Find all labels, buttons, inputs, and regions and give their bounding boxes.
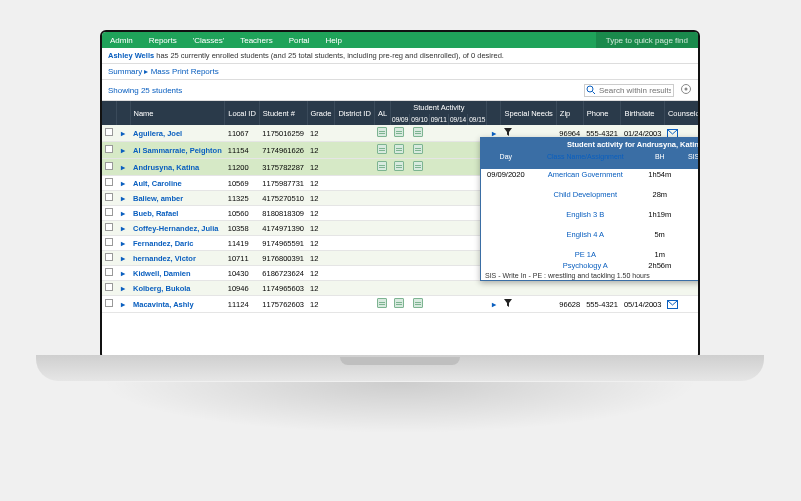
activity-cell[interactable] (468, 296, 487, 313)
table-row[interactable]: ▸Kolberg, Bukola10946117496560312 (102, 281, 698, 296)
popup-class-link[interactable]: Child Development (531, 189, 640, 209)
popup-class-link[interactable]: American Government (531, 169, 640, 189)
activity-cell[interactable] (391, 266, 410, 281)
col-d2[interactable]: 09/10 (410, 114, 429, 125)
activity-cell[interactable] (448, 296, 467, 313)
activity-cell[interactable] (429, 266, 448, 281)
student-name-link[interactable]: Macavinta, Ashly (130, 296, 225, 313)
activity-cell[interactable] (448, 125, 467, 142)
activity-cell[interactable] (391, 296, 410, 313)
activity-cell[interactable] (448, 221, 467, 236)
expand-icon[interactable]: ▸ (119, 284, 127, 293)
expand-icon[interactable]: ▸ (119, 163, 127, 172)
activity-cell[interactable] (410, 266, 429, 281)
activity-cell[interactable] (410, 176, 429, 191)
activity-cell[interactable] (410, 296, 429, 313)
activity-cell[interactable] (429, 159, 448, 176)
student-name-link[interactable]: Aguilera, Joel (130, 125, 225, 142)
activity-cell[interactable] (448, 251, 467, 266)
doc-icon[interactable] (377, 127, 387, 137)
doc-icon[interactable] (394, 144, 404, 154)
teacher-name-link[interactable]: Ashley Wells (108, 51, 154, 60)
col-local[interactable]: Local ID (225, 101, 260, 125)
activity-cell[interactable] (448, 159, 467, 176)
activity-cell[interactable] (448, 236, 467, 251)
activity-cell[interactable] (429, 142, 448, 159)
row-checkbox[interactable] (105, 283, 113, 291)
activity-cell[interactable] (448, 142, 467, 159)
activity-cell[interactable] (391, 176, 410, 191)
activity-cell[interactable] (429, 236, 448, 251)
doc-icon[interactable] (413, 144, 423, 154)
expand-icon[interactable]: ▸ (119, 254, 127, 263)
activity-cell[interactable] (410, 142, 429, 159)
doc-icon[interactable] (394, 298, 404, 308)
activity-cell[interactable] (391, 281, 410, 296)
expand-icon[interactable]: ▸ (119, 239, 127, 248)
col-zip[interactable]: Zip (556, 101, 583, 125)
activity-cell[interactable] (429, 191, 448, 206)
expand-icon[interactable]: ▸ (119, 129, 127, 138)
activity-cell[interactable] (410, 159, 429, 176)
row-checkbox[interactable] (105, 145, 113, 153)
activity-cell[interactable] (410, 221, 429, 236)
col-al[interactable]: AL (374, 101, 390, 125)
student-name-link[interactable]: Kolberg, Bukola (130, 281, 225, 296)
activity-cell[interactable] (410, 281, 429, 296)
activity-cell[interactable] (410, 206, 429, 221)
col-d5[interactable]: 09/15 (468, 114, 487, 125)
doc-icon[interactable] (394, 161, 404, 171)
activity-cell[interactable] (410, 125, 429, 142)
activity-cell[interactable] (391, 206, 410, 221)
row-checkbox[interactable] (105, 208, 113, 216)
doc-icon[interactable] (377, 161, 387, 171)
row-checkbox[interactable] (105, 238, 113, 246)
activity-cell[interactable] (391, 125, 410, 142)
menu-teachers[interactable]: Teachers (232, 36, 280, 45)
student-name-link[interactable]: Andrusyna, Katina (130, 159, 225, 176)
col-sn[interactable]: Special Needs (501, 101, 556, 125)
row-checkbox[interactable] (105, 299, 113, 307)
doc-icon[interactable] (413, 127, 423, 137)
menu-classes[interactable]: 'Classes' (185, 36, 233, 45)
menu-admin[interactable]: Admin (102, 36, 141, 45)
expand-icon[interactable]: ▸ (119, 224, 127, 233)
activity-cell[interactable] (448, 176, 467, 191)
gear-icon[interactable] (680, 83, 692, 97)
popup-class-link[interactable]: English 4 A (531, 229, 640, 249)
row-checkbox[interactable] (105, 162, 113, 170)
row-checkbox[interactable] (105, 223, 113, 231)
col-co[interactable]: Counselor Oversight (664, 101, 698, 125)
activity-cell[interactable] (429, 251, 448, 266)
popup-class-link[interactable]: Psychology A (531, 260, 640, 271)
student-name-link[interactable]: Bueb, Rafael (130, 206, 225, 221)
crumb-reports[interactable]: Mass Print Reports (142, 67, 218, 76)
activity-cell[interactable] (429, 296, 448, 313)
expand-icon[interactable]: ▸ (119, 146, 127, 155)
filter-icon[interactable] (504, 300, 512, 309)
col-d1[interactable]: 09/09 (391, 114, 410, 125)
col-name[interactable]: Name (130, 101, 225, 125)
quick-find[interactable]: Type to quick page find (596, 32, 698, 48)
activity-cell[interactable] (429, 281, 448, 296)
expand-icon[interactable]: ▸ (119, 179, 127, 188)
activity-cell[interactable] (410, 236, 429, 251)
col-grade[interactable]: Grade (307, 101, 335, 125)
expand-icon[interactable]: ▸ (119, 194, 127, 203)
activity-cell[interactable] (391, 191, 410, 206)
cell-envelope[interactable] (664, 281, 698, 296)
row-checkbox[interactable] (105, 193, 113, 201)
menu-portal[interactable]: Portal (281, 36, 318, 45)
expand-icon[interactable]: ▸ (119, 300, 127, 309)
doc-icon[interactable] (413, 161, 423, 171)
activity-cell[interactable] (429, 125, 448, 142)
envelope-icon[interactable] (667, 300, 698, 309)
student-name-link[interactable]: Ault, Caroline (130, 176, 225, 191)
expand-icon[interactable]: ▸ (119, 269, 127, 278)
student-name-link[interactable]: Baliew, amber (130, 191, 225, 206)
expand-icon[interactable]: ▸ (119, 209, 127, 218)
chevron-right-icon[interactable]: ▸ (490, 300, 498, 309)
popup-class-link[interactable]: PE 1A (531, 249, 640, 260)
cell-expand-activity[interactable] (487, 281, 501, 296)
doc-icon[interactable] (377, 144, 387, 154)
